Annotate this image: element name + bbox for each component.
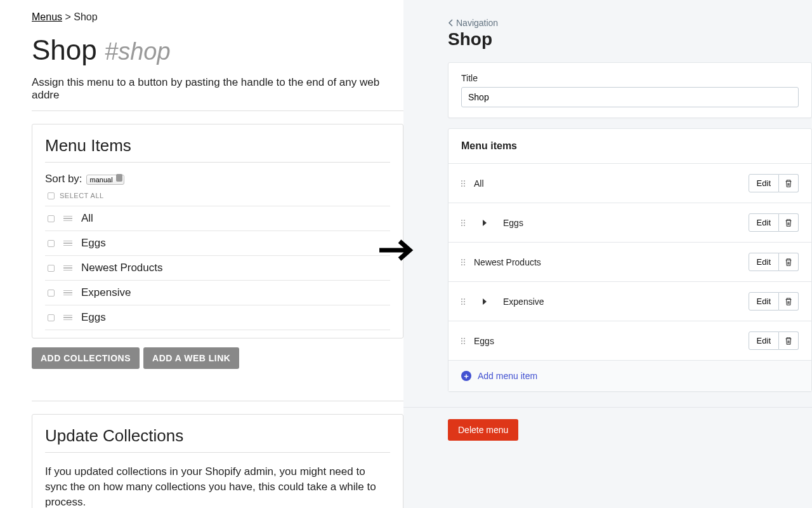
trash-icon <box>784 179 793 188</box>
select-all-checkbox[interactable] <box>48 192 55 199</box>
trash-icon <box>784 218 793 227</box>
drag-handle-icon[interactable] <box>461 259 465 265</box>
edit-button[interactable]: Edit <box>749 331 779 350</box>
divider <box>32 110 403 111</box>
edit-button[interactable]: Edit <box>749 174 779 192</box>
menu-item-row: Eggs <box>45 231 390 255</box>
page-title: Shop #shop <box>32 34 403 66</box>
sort-label: Sort by: <box>45 173 82 185</box>
edit-button[interactable]: Edit <box>749 253 779 271</box>
menu-item-row: Newest Products Edit <box>449 242 811 281</box>
drag-handle-icon[interactable] <box>63 241 72 246</box>
right-page-title: Shop <box>448 29 812 50</box>
drag-handle-icon[interactable] <box>63 216 72 222</box>
drag-handle-icon[interactable] <box>63 265 72 271</box>
select-all-label: SELECT ALL <box>60 192 104 199</box>
menu-items-panel: Menu Items Sort by: manual SELECT ALL Al… <box>32 124 403 338</box>
delete-item-button[interactable] <box>779 213 799 232</box>
title-field-label: Title <box>461 73 799 83</box>
delete-item-button[interactable] <box>779 174 799 192</box>
item-checkbox[interactable] <box>48 265 55 272</box>
sort-select[interactable]: manual <box>86 175 124 185</box>
menu-item-row: Expensive <box>45 280 390 305</box>
title-input[interactable] <box>461 87 799 107</box>
plus-circle-icon: + <box>461 371 471 381</box>
item-checkbox[interactable] <box>48 314 55 321</box>
item-label: Eggs <box>503 218 740 228</box>
trash-icon <box>784 258 793 267</box>
breadcrumb: Menus > Shop <box>32 11 403 23</box>
item-label: Newest Products <box>474 257 740 267</box>
item-label: Expensive <box>503 297 740 307</box>
item-label: Eggs <box>81 311 106 324</box>
divider <box>403 407 812 408</box>
menu-item-row: All Edit <box>449 163 811 203</box>
drag-handle-icon[interactable] <box>63 290 72 296</box>
delete-item-button[interactable] <box>779 292 799 311</box>
menu-item-row: Eggs Edit <box>449 321 811 360</box>
trash-icon <box>784 337 793 345</box>
drag-handle-icon[interactable] <box>461 298 465 305</box>
breadcrumb-current: Shop <box>74 11 97 22</box>
menu-item-row: Eggs Edit <box>449 203 811 242</box>
drag-handle-icon[interactable] <box>461 180 465 187</box>
expand-caret-icon[interactable] <box>483 220 487 226</box>
back-link[interactable]: Navigation <box>448 18 812 28</box>
item-label: Newest Products <box>81 262 163 274</box>
drag-handle-icon[interactable] <box>461 220 465 226</box>
add-menu-item-button[interactable]: + Add menu item <box>449 360 811 391</box>
update-collections-panel: Update Collections If you updated collec… <box>32 414 403 508</box>
chevron-left-icon <box>448 19 454 27</box>
delete-item-button[interactable] <box>779 331 799 350</box>
item-label: Eggs <box>81 237 106 250</box>
page-description: Assign this menu to a button by pasting … <box>32 76 403 102</box>
edit-button[interactable]: Edit <box>749 213 779 232</box>
delete-item-button[interactable] <box>779 253 799 271</box>
menu-item-row: All <box>45 206 390 231</box>
add-web-link-button[interactable]: ADD A WEB LINK <box>143 347 239 369</box>
menu-items-heading: Menu Items <box>45 136 390 163</box>
breadcrumb-separator: > <box>65 11 70 22</box>
menu-items-section-heading: Menu items <box>449 129 811 163</box>
item-checkbox[interactable] <box>48 215 55 222</box>
arrow-icon <box>378 235 414 270</box>
menu-item-row: Eggs <box>45 305 390 330</box>
drag-handle-icon[interactable] <box>63 315 72 321</box>
divider <box>32 401 403 401</box>
item-label: All <box>81 212 93 225</box>
item-checkbox[interactable] <box>48 290 55 297</box>
delete-menu-button[interactable]: Delete menu <box>448 419 518 441</box>
expand-caret-icon[interactable] <box>483 298 487 305</box>
trash-icon <box>784 297 793 306</box>
breadcrumb-link-menus[interactable]: Menus <box>32 11 62 22</box>
drag-handle-icon[interactable] <box>461 338 465 344</box>
item-checkbox[interactable] <box>48 240 55 247</box>
add-collections-button[interactable]: ADD COLLECTIONS <box>32 347 140 369</box>
menu-item-row: Newest Products <box>45 255 390 280</box>
update-collections-heading: Update Collections <box>45 426 390 453</box>
edit-button[interactable]: Edit <box>749 292 779 311</box>
item-label: Eggs <box>474 336 740 346</box>
item-label: Expensive <box>81 286 131 299</box>
menu-item-row: Expensive Edit <box>449 281 811 321</box>
update-collections-description: If you updated collections in your Shopi… <box>45 464 390 508</box>
handle-tag: #shop <box>105 38 171 65</box>
item-label: All <box>474 178 740 189</box>
